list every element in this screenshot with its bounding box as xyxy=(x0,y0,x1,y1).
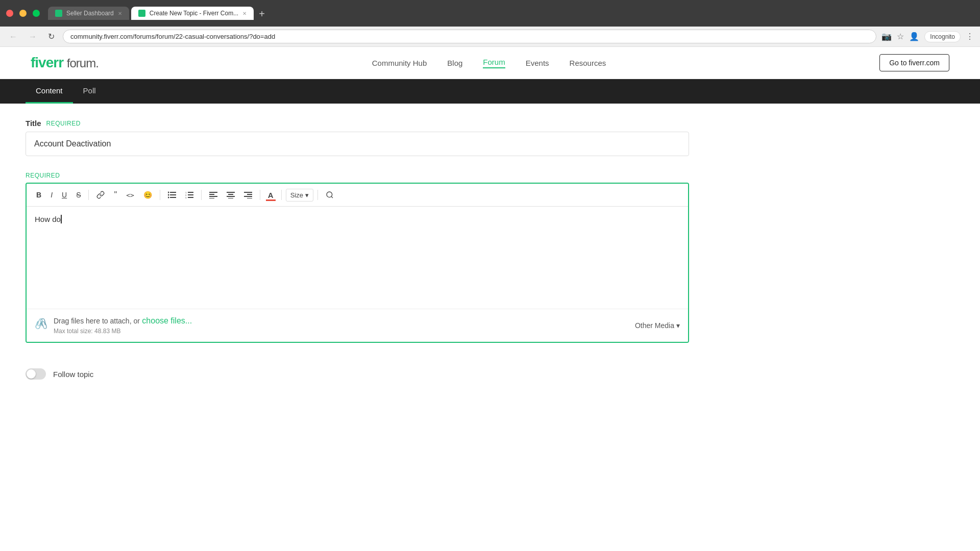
tab-seller-dashboard[interactable]: Seller Dashboard ✕ xyxy=(48,7,129,20)
nav-resources[interactable]: Resources xyxy=(570,59,606,67)
svg-rect-17 xyxy=(228,194,233,195)
title-input[interactable] xyxy=(26,132,689,156)
body-required-badge: REQUIRED xyxy=(26,172,60,179)
toolbar-search-replace-button[interactable] xyxy=(322,188,337,202)
form-area: Title REQUIRED REQUIRED B I U S xyxy=(0,104,715,358)
page: fiverr forum. Community Hub Blog Forum E… xyxy=(0,47,980,551)
toolbar-blockquote-button[interactable]: " xyxy=(110,188,120,202)
tab-content[interactable]: Content xyxy=(26,79,73,104)
window-minimize-button[interactable] xyxy=(19,10,27,17)
svg-rect-18 xyxy=(227,196,235,197)
nav-events[interactable]: Events xyxy=(526,59,549,67)
other-media-chevron: ▾ xyxy=(676,321,680,330)
toolbar-code-button[interactable]: <> xyxy=(122,189,138,202)
toolbar-emoji-button[interactable]: 😊 xyxy=(140,188,156,202)
address-bar-row: ← → ↻ 📷 ☆ 👤 Incognito ⋮ xyxy=(0,27,980,47)
refresh-button[interactable]: ↻ xyxy=(45,31,58,42)
nav-blog[interactable]: Blog xyxy=(447,59,462,67)
title-required-badge: REQUIRED xyxy=(46,120,81,127)
tab-favicon-1 xyxy=(55,10,62,17)
toolbar-sep-3 xyxy=(201,190,202,200)
site-header: fiverr forum. Community Hub Blog Forum E… xyxy=(0,47,980,79)
tab-label-2: Create New Topic - Fiverr Com... xyxy=(150,10,239,17)
toolbar-sep-1 xyxy=(88,190,89,200)
toolbar-italic-button[interactable]: I xyxy=(47,188,56,202)
toolbar-size-button[interactable]: Size ▾ xyxy=(286,189,313,202)
browser-actions: 📷 ☆ 👤 Incognito ⋮ xyxy=(881,31,974,42)
svg-point-24 xyxy=(327,192,332,197)
tab-bar: Seller Dashboard ✕ Create New Topic - Fi… xyxy=(48,7,268,20)
svg-line-25 xyxy=(331,196,333,198)
svg-point-5 xyxy=(168,197,169,198)
toolbar-strikethrough-button[interactable]: S xyxy=(72,188,84,202)
svg-rect-12 xyxy=(209,192,217,193)
svg-rect-19 xyxy=(228,198,233,198)
follow-row: Follow topic xyxy=(0,358,980,390)
toolbar-align-center-button[interactable] xyxy=(223,189,238,201)
text-color-a: A xyxy=(268,191,274,199)
nav-community-hub[interactable]: Community Hub xyxy=(372,59,427,67)
text-color-bar xyxy=(266,199,276,201)
editor-body[interactable]: How do xyxy=(27,207,688,309)
star-icon[interactable]: ☆ xyxy=(897,32,904,41)
max-size-text: Max total size: 48.83 MB xyxy=(54,328,192,335)
cursor xyxy=(61,215,64,223)
content-tabs: Content Poll xyxy=(0,79,980,104)
attach-section: 🖇️ Drag files here to attach, or choose … xyxy=(35,316,192,335)
toolbar-sep-2 xyxy=(160,190,160,200)
tab-favicon-2 xyxy=(138,10,145,17)
window-maximize-button[interactable] xyxy=(33,10,40,17)
toolbar-text-color-button[interactable]: A xyxy=(264,188,277,202)
svg-rect-20 xyxy=(244,192,252,193)
profile-icon[interactable]: 👤 xyxy=(909,32,919,41)
toolbar-numbered-list-button[interactable]: 1. 2. 3. xyxy=(182,189,197,201)
menu-icon[interactable]: ⋮ xyxy=(966,32,974,41)
editor-wrapper: B I U S " <> 😊 xyxy=(26,183,689,343)
svg-rect-6 xyxy=(188,192,193,193)
follow-toggle[interactable] xyxy=(26,368,46,380)
svg-text:3.: 3. xyxy=(185,196,187,199)
tab-create-topic[interactable]: Create New Topic - Fiverr Com... ✕ xyxy=(131,7,254,20)
drag-text: Drag files here to attach, or xyxy=(54,317,140,325)
other-media-label: Other Media xyxy=(635,321,674,330)
toolbar-link-button[interactable] xyxy=(93,188,108,202)
camera-icon[interactable]: 📷 xyxy=(881,32,892,41)
svg-rect-2 xyxy=(170,197,176,198)
toolbar-bullet-list-button[interactable] xyxy=(164,189,180,201)
svg-rect-7 xyxy=(188,194,193,195)
svg-rect-16 xyxy=(227,192,235,193)
title-label: Title xyxy=(26,119,41,128)
tab-close-1[interactable]: ✕ xyxy=(118,11,122,16)
site-nav: Community Hub Blog Forum Events Resource… xyxy=(372,58,606,68)
goto-fiverr-button[interactable]: Go to fiverr.com xyxy=(879,54,949,71)
nav-forum[interactable]: Forum xyxy=(483,58,505,68)
browser-chrome: Seller Dashboard ✕ Create New Topic - Fi… xyxy=(0,0,980,27)
attach-text-row: Drag files here to attach, or choose fil… xyxy=(54,316,192,325)
address-input[interactable] xyxy=(63,30,876,43)
incognito-badge: Incognito xyxy=(924,31,961,42)
svg-rect-1 xyxy=(170,194,176,195)
toolbar-bold-button[interactable]: B xyxy=(33,188,45,202)
svg-rect-23 xyxy=(247,198,252,198)
toolbar-align-left-button[interactable] xyxy=(206,189,221,201)
svg-rect-13 xyxy=(209,194,214,195)
new-tab-button[interactable]: + xyxy=(256,8,268,20)
svg-rect-0 xyxy=(170,192,176,193)
other-media-button[interactable]: Other Media ▾ xyxy=(635,321,680,330)
logo-fiverr: fiverr xyxy=(31,55,63,70)
toolbar-align-right-button[interactable] xyxy=(240,189,256,201)
follow-label: Follow topic xyxy=(53,370,93,379)
svg-rect-8 xyxy=(188,197,193,198)
choose-files-link[interactable]: choose files... xyxy=(142,316,192,325)
svg-rect-22 xyxy=(244,196,252,197)
toolbar-underline-button[interactable]: U xyxy=(58,188,70,202)
svg-rect-15 xyxy=(209,198,214,198)
toolbar-size-label: Size xyxy=(290,191,303,199)
tab-poll[interactable]: Poll xyxy=(73,79,106,104)
forward-button[interactable]: → xyxy=(26,31,40,42)
svg-point-3 xyxy=(168,192,169,193)
tab-close-2[interactable]: ✕ xyxy=(242,11,247,16)
paperclip-icon: 🖇️ xyxy=(35,317,47,330)
window-close-button[interactable] xyxy=(6,10,13,17)
back-button[interactable]: ← xyxy=(6,31,20,42)
